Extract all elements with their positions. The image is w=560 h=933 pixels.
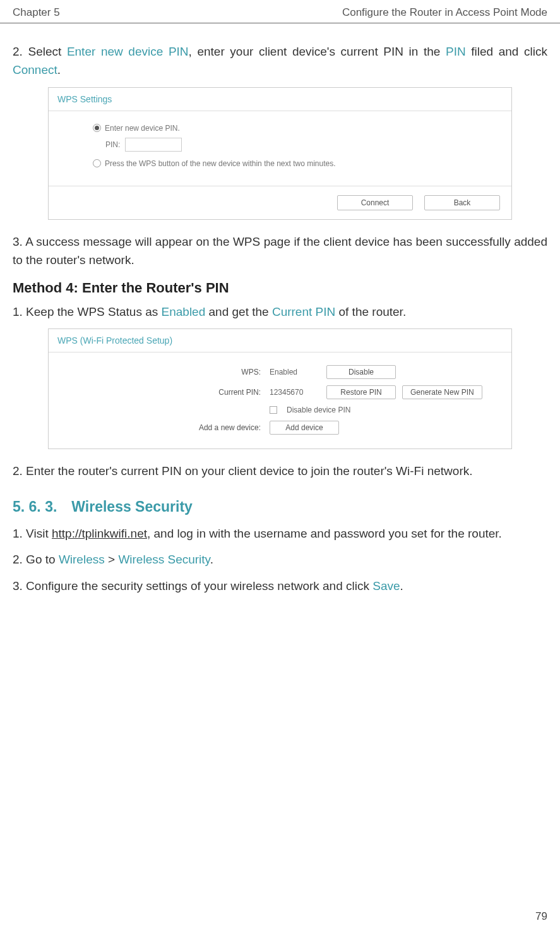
text: 3. Configure the security settings of yo…	[13, 579, 372, 593]
checkbox-label: Disable device PIN	[287, 406, 350, 414]
panel-title: WPS (Wi-Fi Protected Setup)	[49, 329, 511, 352]
disable-button[interactable]: Disable	[326, 365, 396, 379]
disable-device-pin-checkbox[interactable]	[270, 406, 277, 414]
screenshot-wps-settings: WPS Settings Enter new device PIN. PIN: …	[48, 87, 512, 220]
pin-label: PIN:	[105, 140, 120, 149]
connect-button[interactable]: Connect	[337, 195, 413, 210]
page-header: Chapter 5 Configure the Router in Access…	[0, 0, 560, 23]
ui-term: PIN	[446, 45, 466, 58]
chapter-label: Chapter 5	[13, 6, 60, 19]
section-step-1: 1. Visit http://tplinkwifi.net, and log …	[13, 524, 547, 543]
generate-new-pin-button[interactable]: Generate New PIN	[402, 385, 482, 399]
radio-unselected-icon	[93, 159, 101, 167]
text: and get the	[205, 305, 272, 318]
radio-press-wps-button[interactable]: Press the WPS button of the new device w…	[93, 159, 499, 168]
screenshot-wps-protected-setup: WPS (Wi-Fi Protected Setup) WPS: Enabled…	[48, 328, 512, 449]
page-content: 2. Select Enter new device PIN, enter yo…	[0, 23, 560, 595]
text: filed and click	[466, 45, 547, 58]
row-disable-device-pin: Disable device PIN	[61, 406, 499, 414]
ui-term: Connect	[13, 63, 57, 76]
method4-step-1: 1. Keep the WPS Status as Enabled and ge…	[13, 303, 547, 321]
section-step-2: 2. Go to Wireless > Wireless Security.	[13, 550, 547, 569]
method4-step-2: 2. Enter the router's current PIN on you…	[13, 462, 547, 480]
label-add-device: Add a new device:	[61, 423, 270, 432]
text: 2. Go to	[13, 553, 59, 566]
panel-title: WPS Settings	[49, 88, 511, 111]
step-3-success-message: 3. A success message will appear on the …	[13, 232, 547, 270]
text: .	[57, 63, 61, 76]
text: .	[400, 579, 403, 593]
section-step-3: 3. Configure the security settings of yo…	[13, 577, 547, 595]
restore-pin-button[interactable]: Restore PIN	[326, 385, 396, 399]
radio-enter-new-pin[interactable]: Enter new device PIN.	[93, 124, 499, 133]
add-device-button[interactable]: Add device	[270, 421, 339, 435]
row-wps: WPS: Enabled Disable	[61, 365, 499, 379]
value-current-pin: 12345670	[270, 388, 320, 397]
ui-term: Save	[372, 579, 400, 593]
value-wps: Enabled	[270, 368, 320, 376]
label-wps: WPS:	[61, 368, 270, 376]
ui-term: Enabled	[162, 305, 206, 318]
panel-body: Enter new device PIN. PIN: Press the WPS…	[49, 111, 511, 186]
tplinkwifi-link[interactable]: http://tplinkwifi.net	[52, 527, 147, 540]
panel-body: WPS: Enabled Disable Current PIN: 123456…	[49, 352, 511, 448]
radio-label: Press the WPS button of the new device w…	[105, 159, 336, 168]
text: >	[105, 553, 119, 566]
text: of the router.	[335, 305, 406, 318]
step-2-select-enter-pin: 2. Select Enter new device PIN, enter yo…	[13, 42, 547, 80]
text: 1. Visit	[13, 527, 52, 540]
label-current-pin: Current PIN:	[61, 388, 270, 397]
text: 1. Keep the WPS Status as	[13, 305, 162, 318]
back-button[interactable]: Back	[424, 195, 500, 210]
pin-input[interactable]	[125, 138, 182, 152]
text: , and log in with the username and passw…	[147, 527, 502, 540]
text: 2. Select	[13, 45, 67, 58]
panel-footer: Connect Back	[49, 186, 511, 219]
page-title: Configure the Router in Access Point Mod…	[342, 6, 547, 19]
radio-label: Enter new device PIN.	[105, 124, 180, 133]
text: .	[210, 553, 213, 566]
pin-field-row: PIN:	[105, 138, 499, 152]
section-5-6-3-heading: 5. 6. 3. Wireless Security	[13, 498, 547, 515]
text: , enter your client device's current PIN…	[189, 45, 446, 58]
radio-selected-icon	[93, 124, 101, 132]
method-4-heading: Method 4: Enter the Router's PIN	[13, 280, 547, 296]
ui-term: Enter new device PIN	[67, 45, 189, 58]
ui-term: Wireless	[59, 553, 105, 566]
ui-term: Current PIN	[272, 305, 335, 318]
page-number: 79	[535, 910, 547, 923]
ui-term: Wireless Security	[118, 553, 210, 566]
row-add-device: Add a new device: Add device	[61, 421, 499, 435]
row-current-pin: Current PIN: 12345670 Restore PIN Genera…	[61, 385, 499, 399]
